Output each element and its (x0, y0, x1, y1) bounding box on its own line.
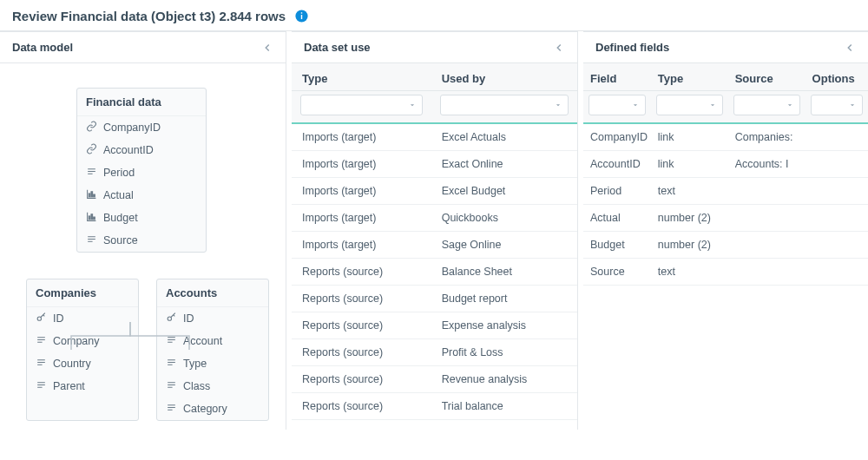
text-icon (36, 334, 47, 348)
col-header-type[interactable]: Type (292, 63, 431, 91)
cell-used-by: Budget report (431, 286, 577, 312)
cell-type: text (651, 178, 728, 205)
table-row[interactable]: Imports (target)Excel Actuals (292, 123, 577, 151)
field-label: Parent (53, 380, 85, 392)
cell-source: Accounts: I (728, 151, 806, 178)
filter-options[interactable] (811, 95, 863, 115)
collapse-icon[interactable] (553, 42, 565, 54)
field-label: ID (183, 312, 194, 325)
table-row[interactable]: Imports (target)Quickbooks (292, 205, 577, 232)
table-row[interactable]: Reports (source)Expense analysis (292, 312, 577, 339)
table-row[interactable]: Reports (source)Revenue analysis (292, 366, 577, 393)
cell-source (728, 232, 806, 259)
cell-options (806, 151, 868, 178)
cell-type: Imports (target) (292, 151, 431, 178)
panel-data-set-use: Data set use Type Used by Imports (targe… (292, 31, 578, 430)
entity-card-financial-data[interactable]: Financial data CompanyIDAccountIDPeriodA… (76, 88, 207, 253)
text-icon (166, 379, 177, 393)
table-row[interactable]: Imports (target)Exact Online (292, 151, 577, 178)
table-row[interactable]: Actualnumber (2) (583, 205, 868, 232)
cell-options (806, 178, 868, 205)
field-row: Category (157, 398, 268, 420)
field-row: Class (157, 375, 268, 398)
table-row[interactable]: Periodtext (583, 178, 868, 205)
field-label: Account (183, 335, 222, 347)
filter-type[interactable] (656, 95, 723, 115)
cell-type: text (651, 259, 728, 286)
table-row[interactable]: AccountIDlinkAccounts: I (583, 151, 868, 178)
table-row[interactable]: Reports (source)Trial balance (292, 393, 577, 420)
cell-type: Reports (source) (292, 286, 431, 312)
filter-field[interactable] (589, 95, 646, 115)
entity-fields: CompanyIDAccountIDPeriodActualBudgetSour… (77, 116, 206, 252)
table-row[interactable]: Imports (target)Sage Online (292, 232, 577, 259)
col-header-options[interactable]: Options (806, 63, 868, 91)
cell-options (806, 259, 868, 286)
table-row[interactable]: Reports (source)Balance Sheet (292, 259, 577, 286)
field-row: Period (77, 161, 206, 184)
link-icon (86, 121, 97, 135)
cell-field: Budget (583, 232, 651, 259)
cell-used-by: Profit & Loss (431, 339, 577, 366)
table-row[interactable]: Budgetnumber (2) (583, 232, 868, 259)
data-set-use-rows: Imports (target)Excel ActualsImports (ta… (292, 123, 577, 420)
entity-fields: IDCompanyCountryParent (27, 307, 138, 398)
field-row: Actual (77, 184, 206, 207)
collapse-icon[interactable] (844, 42, 856, 54)
cell-options (806, 232, 868, 259)
field-label: ID (53, 312, 64, 325)
svg-rect-7 (91, 214, 93, 220)
cell-type: Reports (source) (292, 312, 431, 339)
filter-used-by[interactable] (440, 95, 569, 115)
cell-type: link (651, 151, 728, 178)
key-icon (166, 312, 177, 325)
field-label: Category (183, 403, 227, 415)
svg-rect-8 (94, 217, 95, 220)
entity-title: Companies (27, 279, 138, 307)
key-icon (36, 312, 47, 325)
col-header-used-by[interactable]: Used by (431, 63, 577, 91)
panel-title: Data model (12, 41, 73, 54)
table-row[interactable]: Imports (target)Excel Budget (292, 178, 577, 205)
col-header-field[interactable]: Field (583, 63, 651, 91)
cell-type: Reports (source) (292, 339, 431, 366)
cell-type: Imports (target) (292, 232, 431, 259)
table-row[interactable]: Sourcetext (583, 259, 868, 286)
field-label: Class (183, 380, 210, 392)
table-row[interactable]: CompanyIDlinkCompanies: (583, 123, 868, 151)
filter-type[interactable] (300, 95, 423, 115)
entity-fields: IDAccountTypeClassCategory (157, 307, 268, 420)
field-label: CompanyID (103, 122, 161, 134)
panel-title: Defined fields (595, 41, 669, 54)
cell-field: Source (583, 259, 651, 286)
svg-rect-1 (301, 15, 302, 19)
data-model-diagram: Financial data CompanyIDAccountIDPeriodA… (0, 63, 286, 430)
table-row[interactable]: Reports (source)Budget report (292, 286, 577, 312)
cell-type: Reports (source) (292, 259, 431, 286)
field-row: Parent (27, 375, 138, 398)
field-label: AccountID (103, 144, 154, 156)
cell-source (728, 205, 806, 232)
panel-title: Data set use (304, 41, 371, 54)
field-label: Actual (103, 189, 134, 201)
text-icon (166, 402, 177, 416)
cell-used-by: Balance Sheet (431, 259, 577, 286)
table-row[interactable]: Reports (source)Profit & Loss (292, 339, 577, 366)
entity-title: Accounts (157, 279, 268, 307)
text-icon (36, 379, 47, 393)
panel-defined-fields: Defined fields Field Type Source Options (583, 31, 868, 430)
cell-source (728, 178, 806, 205)
filter-source[interactable] (733, 95, 800, 115)
cell-field: AccountID (583, 151, 651, 178)
field-row: Budget (77, 207, 206, 229)
col-header-source[interactable]: Source (728, 63, 806, 91)
field-row: Account (157, 330, 268, 352)
cell-field: CompanyID (583, 123, 651, 151)
entity-card-accounts[interactable]: Accounts IDAccountTypeClassCategory (156, 279, 269, 421)
entity-card-companies[interactable]: Companies IDCompanyCountryParent (26, 279, 139, 421)
col-header-type[interactable]: Type (651, 63, 728, 91)
collapse-icon[interactable] (261, 42, 273, 54)
svg-rect-2 (301, 12, 302, 13)
cell-used-by: Excel Actuals (431, 123, 577, 151)
info-icon[interactable] (294, 9, 309, 23)
